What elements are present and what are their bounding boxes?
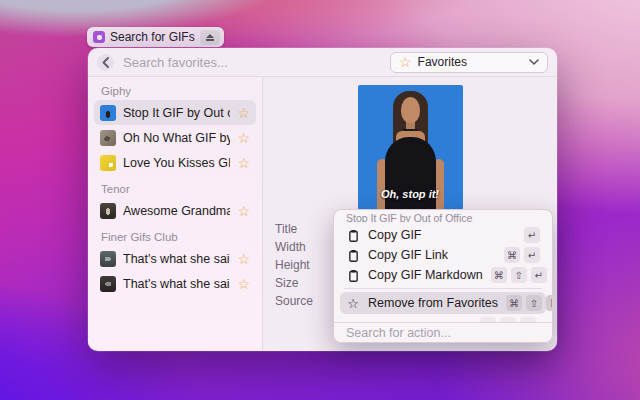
action-copy-gif[interactable]: Copy GIF ↵ (340, 225, 546, 245)
action-copy-gif-link[interactable]: Copy GIF Link ⌘ ↵ (340, 245, 546, 265)
badge-title: Search for GIFs (110, 30, 195, 44)
clipboard-icon (346, 229, 360, 242)
back-button[interactable] (97, 54, 114, 71)
gif-thumbnail (100, 155, 116, 171)
section-title-giphy: Giphy (101, 85, 250, 97)
key-return: ↵ (531, 267, 547, 283)
key-f: F (546, 295, 553, 311)
list-item-stop-it[interactable]: Stop It GIF by Out of Office ☆ (94, 100, 256, 125)
window-title-badge[interactable]: Search for GIFs (87, 27, 224, 47)
action-remove-from-favorites[interactable]: ☆ Remove from Favorites ⌘ ⇧ F (340, 292, 546, 314)
action-copy-gif-markdown[interactable]: Copy GIF Markdown ⌘ ⇧ ↵ (340, 265, 546, 285)
gif-caption-text: Oh, stop it! (358, 188, 463, 200)
favorite-star-icon[interactable]: ☆ (237, 106, 250, 120)
action-search-footer (334, 322, 552, 342)
favorite-star-icon[interactable]: ☆ (237, 252, 250, 266)
gif-thumbnail (100, 203, 116, 219)
favorite-star-icon[interactable]: ☆ (237, 156, 250, 170)
list-item-label: Oh No What GIF by Major Le... (123, 131, 230, 145)
action-menu-panel: Stop It GIF by Out of Office Copy GIF ↵ … (333, 209, 553, 343)
list-item-label: Stop It GIF by Out of Office (123, 106, 230, 120)
list-item-label: Love You Kisses GIF by Ted... (123, 156, 230, 170)
list-item-thats-what-she-said-1[interactable]: That's what she said. ☆ (94, 246, 256, 271)
clipboard-icon (346, 269, 360, 282)
list-item-label: That's what she said? (123, 277, 230, 291)
chevron-down-icon (529, 59, 539, 65)
favorites-filter-dropdown[interactable]: ☆ Favorites (390, 52, 548, 73)
list-item-awesome-grandma[interactable]: Awesome Grandma GIF ☆ (94, 198, 256, 223)
dropdown-label: Favorites (418, 55, 523, 69)
clipped-next-action-row (340, 317, 546, 322)
star-icon: ☆ (399, 55, 412, 69)
list-item-love-you-kisses[interactable]: Love You Kisses GIF by Ted... ☆ (94, 150, 256, 175)
key-return: ↵ (524, 227, 540, 243)
clipboard-icon (346, 249, 360, 262)
favorite-star-icon[interactable]: ☆ (237, 131, 250, 145)
key-cmd: ⌘ (491, 267, 507, 283)
list-item-oh-no-what[interactable]: Oh No What GIF by Major Le... ☆ (94, 125, 256, 150)
action-search-input[interactable] (346, 326, 540, 340)
gif-thumbnail (100, 105, 116, 121)
key-cmd: ⌘ (504, 247, 520, 263)
list-item-thats-what-she-said-2[interactable]: That's what she said? ☆ (94, 271, 256, 296)
action-menu-header: Stop It GIF by Out of Office (334, 210, 552, 222)
menu-separator (344, 288, 542, 289)
favorite-star-icon[interactable]: ☆ (237, 204, 250, 218)
gif-thumbnail (100, 130, 116, 146)
key-shift: ⇧ (526, 295, 542, 311)
window-topbar: ☆ Favorites (88, 48, 557, 77)
key-cmd: ⌘ (506, 295, 522, 311)
key-return: ↵ (524, 247, 540, 263)
gif-extension-icon (93, 31, 105, 43)
list-item-label: That's what she said. (123, 252, 230, 266)
desktop-wallpaper: Search for GIFs ☆ Favorites Giphy (0, 0, 640, 400)
gif-thumbnail (100, 276, 116, 292)
section-title-tenor: Tenor (101, 183, 250, 195)
search-input[interactable] (123, 55, 390, 70)
favorite-star-icon[interactable]: ☆ (237, 277, 250, 291)
results-sidebar: Giphy Stop It GIF by Out of Office ☆ Oh … (88, 77, 262, 350)
gif-preview-image: Oh, stop it! (358, 85, 463, 210)
action-menu-list: Copy GIF ↵ Copy GIF Link ⌘ ↵ C (334, 222, 552, 322)
section-title-finer-gifs-club: Finer Gifs Club (101, 231, 250, 243)
gif-thumbnail (100, 251, 116, 267)
star-icon: ☆ (346, 297, 360, 310)
eject-icon[interactable] (200, 30, 220, 45)
key-shift: ⇧ (511, 267, 527, 283)
list-item-label: Awesome Grandma GIF (123, 204, 230, 218)
